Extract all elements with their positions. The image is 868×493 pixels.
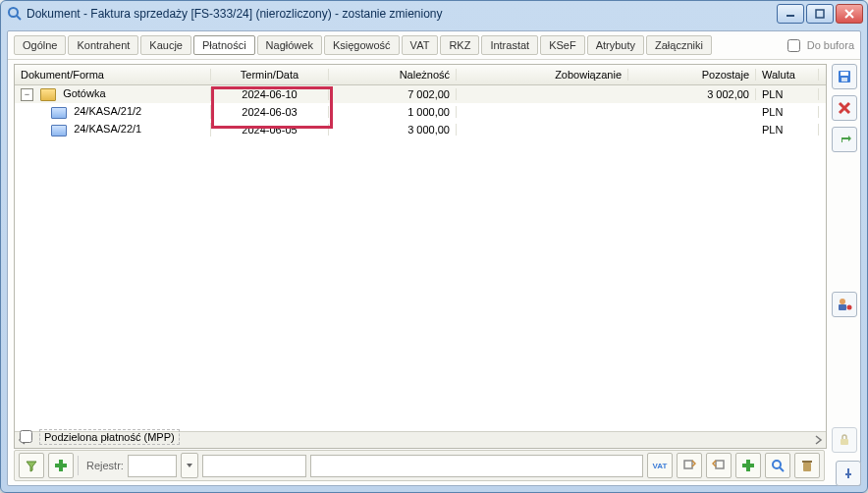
do-bufora-checkbox[interactable]: Do bufora: [784, 36, 854, 55]
filter-input-2[interactable]: [310, 455, 643, 477]
svg-rect-17: [684, 461, 692, 468]
trash-button[interactable]: [794, 453, 820, 478]
mpp-label: Podzielona płatność (MPP): [39, 429, 180, 445]
svg-line-1: [17, 16, 21, 20]
tab-ogolne[interactable]: Ogólne: [14, 35, 66, 55]
tab-rkz[interactable]: RKZ: [440, 35, 479, 55]
vat-button[interactable]: VAT: [647, 453, 673, 478]
delete-button[interactable]: [832, 95, 857, 121]
group-label: Gotówka: [63, 87, 105, 99]
folder-icon: [40, 88, 56, 101]
window-title: Dokument - Faktura sprzedaży [FS-333/24]…: [27, 7, 777, 21]
contact-button[interactable]: [832, 292, 857, 317]
col-waluta[interactable]: Waluta: [756, 69, 819, 81]
tree-collapse-icon[interactable]: −: [21, 88, 33, 101]
lock-button[interactable]: [832, 427, 857, 453]
do-bufora-label: Do bufora: [807, 39, 854, 51]
group-currency: PLN: [756, 88, 819, 100]
col-zobowiazanie[interactable]: Zobowiązanie: [457, 69, 628, 81]
svg-rect-8: [841, 78, 847, 82]
table-row[interactable]: 24/KASA/22/1 2024-06-05 3 000,00 PLN: [15, 121, 826, 138]
svg-point-11: [840, 299, 845, 304]
rejestr-dropdown[interactable]: [181, 453, 198, 478]
payments-grid[interactable]: Dokument/Forma Termin/Data Należność Zob…: [14, 64, 827, 449]
svg-rect-18: [716, 461, 724, 468]
col-naleznosc[interactable]: Należność: [329, 69, 457, 81]
rejestr-input[interactable]: [128, 455, 177, 477]
svg-rect-16: [55, 464, 67, 467]
mpp-checkbox[interactable]: Podzielona płatność (MPP): [16, 427, 825, 446]
filter-input-1[interactable]: [202, 455, 306, 477]
svg-point-21: [773, 461, 781, 468]
tab-ksiegowosc[interactable]: Księgowość: [324, 35, 400, 55]
row-label: 24/KASA/22/1: [74, 123, 141, 135]
svg-rect-23: [803, 463, 811, 471]
tab-platnosci[interactable]: Płatności: [193, 35, 255, 55]
bottom-toolbar: Rejestr: VAT: [14, 450, 825, 481]
grid-body: − Gotówka 2024-06-10 7 002,00 3 002,00 P…: [15, 85, 826, 431]
svg-line-22: [780, 467, 784, 471]
minimize-button[interactable]: [777, 4, 804, 24]
mpp-input[interactable]: [20, 430, 32, 443]
link-in-button[interactable]: [706, 453, 732, 478]
maximize-button[interactable]: [806, 4, 834, 24]
tab-ksef[interactable]: KSeF: [540, 35, 585, 55]
tab-vat[interactable]: VAT: [402, 35, 439, 55]
side-toolbar: [829, 60, 860, 453]
col-dokument[interactable]: Dokument/Forma: [15, 69, 211, 81]
add-filter-button[interactable]: [48, 453, 74, 478]
add-button[interactable]: [735, 453, 761, 478]
rejestr-label: Rejestr:: [86, 460, 124, 471]
refresh-button[interactable]: [832, 127, 857, 152]
svg-rect-24: [802, 461, 812, 463]
svg-rect-3: [816, 10, 824, 18]
titlebar: Dokument - Faktura sprzedaży [FS-333/24]…: [1, 1, 867, 27]
filter-button[interactable]: [19, 453, 44, 478]
row-amount: 1 000,00: [329, 106, 457, 118]
tab-zalaczniki[interactable]: Załączniki: [646, 35, 712, 55]
save-button[interactable]: [832, 64, 857, 89]
tab-intrastat[interactable]: Intrastat: [481, 35, 538, 55]
table-row[interactable]: 24/KASA/21/2 2024-06-03 1 000,00 PLN: [15, 103, 826, 121]
svg-rect-20: [742, 464, 754, 467]
svg-rect-14: [841, 439, 848, 445]
app-window: Dokument - Faktura sprzedaży [FS-333/24]…: [0, 0, 868, 493]
group-date: 2024-06-10: [211, 88, 329, 100]
link-out-button[interactable]: [677, 453, 702, 478]
row-currency: PLN: [756, 106, 819, 118]
tab-naglowek[interactable]: Nagłówek: [257, 35, 322, 55]
svg-point-13: [847, 305, 852, 310]
do-bufora-input[interactable]: [787, 39, 800, 52]
row-currency: PLN: [756, 124, 819, 136]
svg-rect-12: [839, 304, 846, 310]
svg-point-0: [9, 8, 18, 17]
row-label: 24/KASA/21/2: [74, 105, 141, 117]
group-remaining: 3 002,00: [628, 88, 756, 100]
search-button[interactable]: [765, 453, 790, 478]
row-amount: 3 000,00: [329, 124, 457, 136]
magnifier-icon: [7, 6, 23, 22]
close-button[interactable]: [836, 4, 863, 24]
client-area: Ogólne Kontrahent Kaucje Płatności Nagłó…: [7, 30, 861, 486]
tab-kaucje[interactable]: Kaucje: [140, 35, 191, 55]
pin-button[interactable]: [836, 461, 861, 486]
col-termin[interactable]: Termin/Data: [211, 69, 329, 81]
tab-atrybuty[interactable]: Atrybuty: [587, 35, 644, 55]
grid-header: Dokument/Forma Termin/Data Należność Zob…: [15, 65, 826, 85]
footer: Podzielona płatność (MPP) Rejestr: VAT: [14, 425, 825, 481]
payment-icon: [51, 107, 67, 119]
row-date: 2024-06-05: [211, 124, 329, 136]
col-pozostaje[interactable]: Pozostaje: [628, 69, 756, 81]
row-date: 2024-06-03: [211, 106, 329, 118]
payment-icon: [51, 125, 67, 137]
group-amount: 7 002,00: [329, 88, 457, 100]
tab-bar: Ogólne Kontrahent Kaucje Płatności Nagłó…: [8, 31, 860, 60]
svg-rect-7: [841, 72, 848, 76]
group-row[interactable]: − Gotówka 2024-06-10 7 002,00 3 002,00 P…: [15, 85, 826, 103]
tab-kontrahent[interactable]: Kontrahent: [68, 35, 138, 55]
